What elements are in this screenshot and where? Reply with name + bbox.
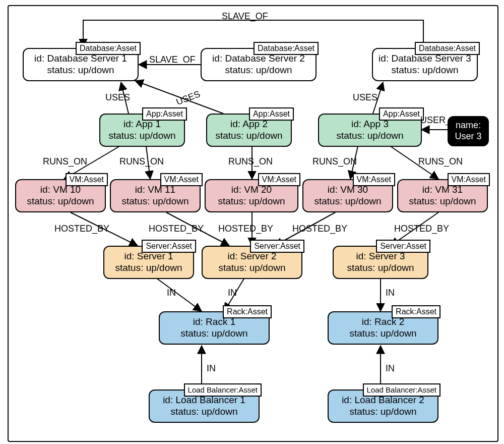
edge-label-host4: HOSTED_BY	[292, 224, 347, 234]
node-status: status: up/down	[218, 196, 285, 207]
node-type-tag: VM:Asset	[353, 173, 395, 186]
node-status: status: up/down	[349, 406, 416, 418]
node-app2: App:Asset id: App 2 status: up/down	[206, 114, 292, 147]
node-lb1: Load Balancer:Asset id: Load Balancer 1 …	[149, 390, 260, 423]
node-vm20: VM:Asset id: VM 20 status: up/down	[205, 179, 298, 212]
edge-label-runs2: RUNS_ON	[119, 156, 164, 167]
node-lb2: Load Balancer:Asset id: Load Balancer 2 …	[328, 390, 438, 423]
node-type-tag: Load Balancer:Asset	[363, 383, 440, 397]
node-status: status: up/down	[47, 65, 114, 76]
node-status: status: up/down	[218, 262, 285, 274]
node-status: status: up/down	[314, 196, 381, 207]
node-db2: Database:Asset id: Database Server 2 sta…	[201, 48, 317, 81]
node-type-tag: Rack:Asset	[392, 305, 440, 318]
node-srv2: Server:Asset id: Server 2 status: up/dow…	[202, 246, 302, 279]
node-type-tag: Server:Asset	[142, 240, 196, 253]
node-vm30: VM:Asset id: VM 30 status: up/down	[302, 179, 393, 212]
node-type-tag: Server:Asset	[376, 240, 430, 253]
node-status: status: up/down	[347, 262, 414, 274]
node-status: status: up/down	[215, 130, 282, 142]
node-srv1: Server:Asset id: Server 1 status: up/dow…	[103, 246, 194, 279]
edge-label-in2: IN	[228, 288, 237, 298]
edge-label-uses1: USES	[105, 92, 130, 103]
node-vm10: VM:Asset id: VM 10 status: up/down	[15, 179, 106, 212]
edge-label-host1: HOSTED_BY	[54, 224, 109, 234]
edge-label-uses3: USES	[353, 92, 377, 103]
edge-label-userof: USER_OF	[420, 115, 463, 126]
node-type-tag: VM:Asset	[160, 173, 203, 186]
node-type-tag: Database:Asset	[254, 42, 319, 55]
node-type-tag: VM:Asset	[66, 173, 108, 186]
edge-label-in3: IN	[386, 288, 395, 298]
node-status: status: up/down	[225, 65, 292, 76]
node-status: status: up/down	[336, 130, 403, 142]
node-srv3: Server:Asset id: Server 3 status: up/dow…	[333, 246, 428, 279]
node-status: status: up/down	[391, 65, 458, 76]
node-type-tag: App:Asset	[142, 107, 187, 121]
node-rack2: Rack:Asset id: Rack 2 status: up/down	[328, 311, 438, 345]
node-vm31: VM:Asset id: VM 31 status: up/down	[397, 179, 488, 212]
node-status: status: up/down	[27, 196, 94, 207]
node-type-tag: Server:Asset	[250, 240, 304, 253]
node-status: status: up/down	[349, 328, 416, 340]
node-status: status: up/down	[180, 328, 247, 340]
edge-label-slave-mid: SLAVE_OF	[149, 54, 196, 65]
node-type-tag: Database:Asset	[415, 42, 480, 55]
edge-label-in1: IN	[167, 288, 176, 298]
node-status: status: up/down	[108, 130, 175, 142]
node-type-tag: VM:Asset	[258, 173, 300, 186]
node-app1: App:Asset id: App 1 status: up/down	[99, 114, 185, 147]
node-status: status: up/down	[121, 196, 188, 207]
node-name: User 3	[455, 131, 481, 142]
node-db3: Database:Asset id: Database Server 3 sta…	[372, 48, 478, 81]
edge-label-host3: HOSTED_BY	[218, 224, 273, 234]
edge-label-slave-top: SLAVE_OF	[222, 11, 268, 22]
node-status: status: up/down	[170, 406, 237, 418]
edge-label-runs1: RUNS_ON	[43, 156, 87, 167]
edge-label-runs4: RUNS_ON	[312, 156, 357, 167]
node-db1: Database:Asset id: Database Server 1 sta…	[23, 48, 139, 81]
node-type-tag: Database:Asset	[76, 42, 141, 55]
node-type-tag: Load Balancer:Asset	[184, 383, 262, 397]
node-app3: App:Asset id: App 3 status: up/down	[318, 114, 422, 147]
edge-label-host2: HOSTED_BY	[149, 224, 204, 234]
node-status: status: up/down	[115, 262, 182, 274]
edge-label-in4: IN	[207, 363, 216, 374]
edge-label-host5: HOSTED_BY	[394, 224, 449, 234]
node-type-tag: VM:Asset	[448, 173, 490, 186]
node-rack1: Rack:Asset id: Rack 1 status: up/down	[159, 311, 270, 345]
node-type-tag: App:Asset	[379, 107, 424, 121]
edge-label-in5: IN	[386, 363, 395, 374]
node-type-tag: App:Asset	[249, 107, 294, 121]
edge-label-runs5: RUNS_ON	[418, 156, 463, 167]
node-type-tag: Rack:Asset	[223, 305, 272, 318]
node-vm11: VM:Asset id: VM 11 status: up/down	[110, 179, 201, 212]
node-status: status: up/down	[409, 196, 476, 207]
edge-label-runs3: RUNS_ON	[228, 156, 273, 167]
